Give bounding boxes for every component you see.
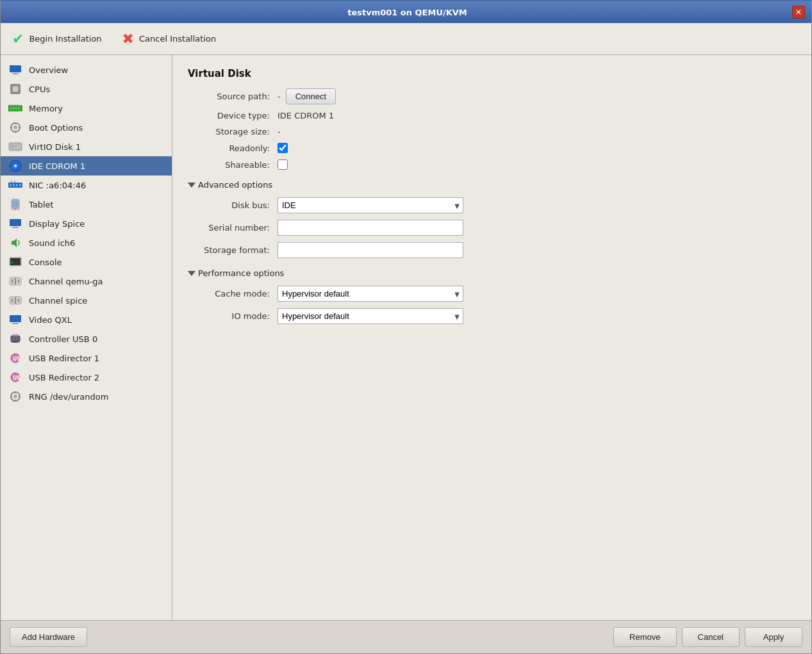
sidebar-item-rng-dev-urandom[interactable]: RNG /dev/urandom xyxy=(1,387,172,406)
svg-rect-4 xyxy=(13,86,18,92)
source-path-dash: - xyxy=(278,92,281,101)
action-buttons: Remove Cancel Apply xyxy=(613,627,802,647)
sidebar-item-sound-ich6[interactable]: Sound ich6 xyxy=(1,233,172,252)
storage-format-label: Storage format: xyxy=(188,245,278,255)
connect-button[interactable]: Connect xyxy=(286,88,336,104)
svg-text:USB: USB xyxy=(13,356,21,362)
usb-redirector-2-icon: USB xyxy=(8,372,22,383)
sidebar-item-label-display-spice: Display Spice xyxy=(29,219,85,229)
sidebar-item-nic[interactable]: NIC :a6:04:46 xyxy=(1,176,172,195)
svg-rect-0 xyxy=(10,65,21,72)
sidebar-item-ide-cdrom-1[interactable]: IDE CDROM 1 xyxy=(1,156,172,176)
section-title: Virtual Disk xyxy=(188,68,796,79)
sidebar-item-usb-redirector-2[interactable]: USB USB Redirector 2 xyxy=(1,368,172,387)
begin-installation-button[interactable]: ✔ Begin Installation xyxy=(8,28,106,49)
svg-rect-59 xyxy=(12,323,19,324)
sidebar-item-label-channel-qemu-ga: Channel qemu-ga xyxy=(29,277,103,286)
svg-rect-9 xyxy=(18,107,19,110)
usb-controller-icon xyxy=(8,333,22,345)
svg-rect-11 xyxy=(12,104,13,106)
cancel-button[interactable]: Cancel xyxy=(682,627,740,647)
io-mode-select[interactable]: Hypervisor default threads native xyxy=(278,308,463,324)
monitor-icon xyxy=(8,64,22,76)
performance-options-header[interactable]: Performance options xyxy=(188,268,796,278)
svg-rect-37 xyxy=(11,181,12,183)
svg-rect-15 xyxy=(12,111,13,112)
io-mode-label: IO mode: xyxy=(188,311,278,321)
svg-point-19 xyxy=(13,126,17,129)
storage-size-label: Storage size: xyxy=(188,127,278,136)
bottom-bar: Add Hardware Remove Cancel Apply xyxy=(1,620,811,653)
advanced-options-label: Advanced options xyxy=(198,180,272,190)
sidebar-item-memory[interactable]: Memory xyxy=(1,99,172,118)
cancel-installation-label: Cancel Installation xyxy=(139,34,216,44)
sidebar-item-label-usb-redirector-1: USB Redirector 1 xyxy=(29,354,99,363)
svg-rect-42 xyxy=(10,219,21,226)
sidebar-item-virtio-disk-1[interactable]: VirtIO Disk 1 xyxy=(1,137,172,156)
sidebar-item-tablet[interactable]: Tablet xyxy=(1,195,172,214)
io-mode-select-wrapper: Hypervisor default threads native xyxy=(278,308,463,324)
disk-icon xyxy=(8,141,22,152)
sidebar-item-video-qxl[interactable]: Video QXL xyxy=(1,310,172,329)
source-path-label: Source path: xyxy=(188,92,278,101)
performance-options-section: Performance options Cache mode: Hypervis… xyxy=(188,268,796,324)
svg-rect-12 xyxy=(15,104,15,106)
cache-mode-select-wrapper: Hypervisor default none writethrough wri… xyxy=(278,286,463,302)
advanced-options-header[interactable]: Advanced options xyxy=(188,180,796,190)
svg-rect-22 xyxy=(10,127,12,128)
svg-rect-62 xyxy=(16,334,17,336)
sidebar-item-console[interactable]: >_ Console xyxy=(1,252,172,272)
readonly-checkbox[interactable] xyxy=(278,143,288,153)
sidebar-item-boot-options[interactable]: Boot Options xyxy=(1,118,172,137)
sidebar-item-label-boot-options: Boot Options xyxy=(29,123,83,133)
apply-button[interactable]: Apply xyxy=(745,627,802,647)
device-type-value: IDE CDROM 1 xyxy=(278,111,334,120)
close-button[interactable]: ✕ xyxy=(792,6,805,19)
svg-rect-2 xyxy=(12,74,19,74)
cancel-installation-button[interactable]: ✖ Cancel Installation xyxy=(119,28,220,49)
sound-icon xyxy=(8,237,22,249)
sidebar-item-display-spice[interactable]: Display Spice xyxy=(1,214,172,233)
storage-format-input[interactable] xyxy=(278,242,463,258)
disk-bus-select-wrapper: IDE VirtIO SATA SCSI xyxy=(278,197,463,213)
nic-icon xyxy=(8,179,22,191)
sidebar-item-cpus[interactable]: CPUs xyxy=(1,79,172,99)
performance-options-label: Performance options xyxy=(198,268,284,278)
cdrom-icon xyxy=(8,160,22,172)
sidebar-item-overview[interactable]: Overview xyxy=(1,60,172,79)
add-hardware-button[interactable]: Add Hardware xyxy=(10,627,87,647)
svg-rect-16 xyxy=(15,111,15,112)
shareable-checkbox[interactable] xyxy=(278,159,288,170)
svg-rect-35 xyxy=(16,184,18,186)
svg-rect-72 xyxy=(10,396,12,397)
console-icon: >_ xyxy=(8,256,22,268)
serial-number-label: Serial number: xyxy=(188,223,278,233)
remove-button[interactable]: Remove xyxy=(613,627,676,647)
svg-rect-34 xyxy=(13,184,15,186)
svg-rect-40 xyxy=(12,200,19,208)
svg-rect-33 xyxy=(10,184,12,186)
shareable-row: Shareable: xyxy=(188,159,796,170)
serial-number-row: Serial number: xyxy=(188,220,796,236)
video-qxl-icon xyxy=(8,314,22,325)
svg-point-41 xyxy=(15,208,16,209)
source-path-row: Source path: - Connect xyxy=(188,88,796,104)
sidebar-item-label-cpus: CPUs xyxy=(29,85,50,94)
svg-text:>_: >_ xyxy=(11,260,17,265)
sidebar-item-channel-qemu-ga[interactable]: Channel qemu-ga xyxy=(1,272,172,291)
svg-rect-23 xyxy=(19,127,21,128)
storage-size-value: - xyxy=(278,127,281,136)
device-type-row: Device type: IDE CDROM 1 xyxy=(188,111,796,120)
cache-mode-select[interactable]: Hypervisor default none writethrough wri… xyxy=(278,286,463,302)
performance-options-triangle xyxy=(188,271,195,276)
svg-rect-63 xyxy=(13,341,18,343)
disk-bus-select[interactable]: IDE VirtIO SATA SCSI xyxy=(278,197,463,213)
sidebar-item-controller-usb-0[interactable]: Controller USB 0 xyxy=(1,329,172,348)
serial-number-input[interactable] xyxy=(278,220,463,236)
memory-icon xyxy=(8,102,22,114)
sidebar-item-label-ide-cdrom-1: IDE CDROM 1 xyxy=(29,161,85,171)
svg-text:USB: USB xyxy=(13,375,21,381)
storage-format-row: Storage format: xyxy=(188,242,796,258)
sidebar-item-channel-spice[interactable]: Channel spice xyxy=(1,291,172,310)
sidebar-item-usb-redirector-1[interactable]: USB USB Redirector 1 xyxy=(1,348,172,368)
